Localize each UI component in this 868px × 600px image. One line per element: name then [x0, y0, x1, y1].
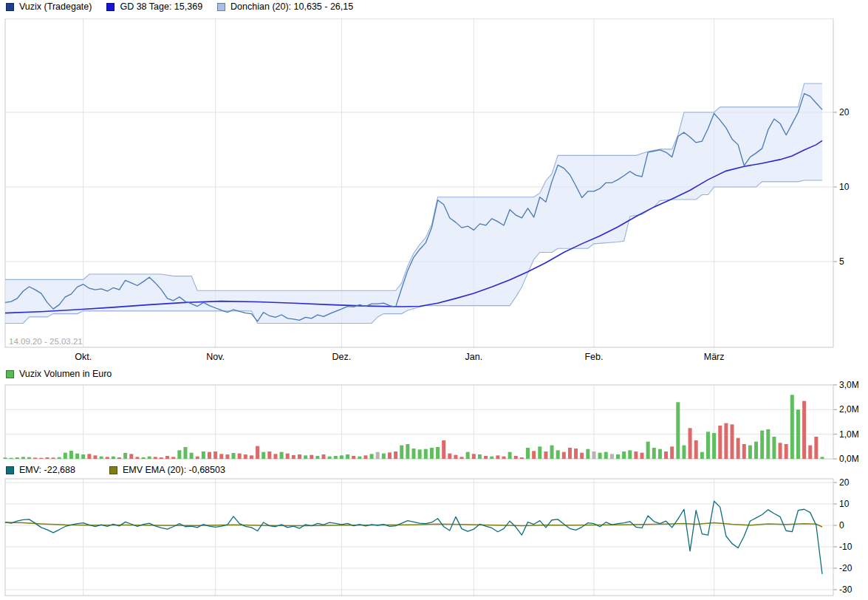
gd38-series-swatch-icon — [106, 3, 115, 11]
vuzix-series-swatch-icon — [6, 3, 14, 11]
volume-bar — [93, 455, 97, 459]
date-range-label: 14.09.20 - 25.03.21 — [9, 337, 83, 346]
volume-bar — [574, 449, 578, 459]
volume-bar — [418, 449, 422, 459]
volume-bar — [400, 446, 403, 459]
volume-bar — [550, 446, 554, 459]
volume-bar — [358, 457, 361, 459]
volume-bar — [244, 454, 247, 459]
emv-series-label: EMV: -22,688 — [19, 465, 75, 475]
emv-plot-border — [5, 479, 833, 596]
volume-bar — [52, 457, 55, 459]
volume-bar — [580, 453, 584, 459]
x-axis-month-label: Dez. — [332, 352, 352, 362]
volume-bar — [478, 454, 482, 459]
emv-ema-series-label: EMV EMA (20): -0,68503 — [123, 465, 225, 475]
volume-bar — [298, 454, 301, 459]
volume-bar — [544, 451, 547, 459]
volume-bar — [148, 457, 151, 459]
volume-bar — [658, 449, 662, 459]
volume-bar — [183, 447, 187, 459]
legend-item-gd38: GD 38 Tage: 15,369 — [106, 1, 202, 12]
volume-bar — [652, 448, 656, 459]
volume-bar — [598, 453, 602, 459]
volume-bar — [64, 453, 67, 459]
donchian-band — [5, 83, 822, 324]
volume-bar — [568, 448, 572, 459]
volume-bar — [165, 456, 169, 459]
volume-bar — [250, 455, 253, 459]
volume-bar — [370, 454, 374, 459]
volume-bar — [208, 452, 211, 459]
volume-bar — [700, 452, 704, 459]
volume-bar — [232, 453, 236, 459]
legend-item-vuzix: Vuzix (Tradegate) — [6, 1, 92, 12]
x-axis-month-label: März — [704, 352, 725, 362]
volume-bar — [334, 456, 338, 459]
x-axis-month-label: Feb. — [584, 352, 603, 362]
volume-bar — [502, 457, 505, 459]
volume-bar — [87, 454, 91, 459]
emv-chart: 20100-10-20-30 — [0, 477, 868, 600]
volume-series-label: Vuzix Volumen in Euro — [19, 369, 112, 379]
volume-bar — [154, 457, 157, 459]
volume-bar — [796, 409, 800, 459]
volume-bar — [177, 450, 181, 459]
volume-bar — [496, 455, 499, 459]
volume-bar — [424, 449, 428, 459]
volume-bar — [460, 457, 464, 459]
emv-line — [5, 501, 822, 574]
volume-bar — [27, 457, 31, 459]
volume-bar — [466, 452, 470, 459]
volume-bar — [346, 454, 349, 459]
volume-bar — [748, 446, 752, 459]
volume-bar — [328, 457, 332, 459]
volume-bar — [754, 442, 758, 459]
volume-bar — [454, 455, 457, 459]
main-chart-legend: Vuzix (Tradegate) GD 38 Tage: 15,369 Don… — [6, 1, 353, 12]
volume-bar — [790, 395, 794, 459]
volume-bar — [363, 455, 367, 459]
volume-bar — [742, 444, 746, 459]
volume-bar — [123, 453, 127, 459]
volume-bar — [382, 454, 386, 459]
volume-bar — [106, 457, 109, 459]
volume-bar — [556, 450, 560, 459]
volume-bar — [821, 457, 824, 459]
x-axis-month-label: Okt. — [75, 352, 92, 362]
vuzix-series-label: Vuzix (Tradegate) — [19, 1, 92, 12]
volume-bar — [532, 451, 536, 459]
volume-bar — [196, 457, 199, 459]
volume-bar — [213, 451, 217, 459]
volume-bar — [81, 454, 85, 459]
charting-tool-page: { "legends": { "main": {"items": [ {"lab… — [0, 0, 868, 600]
emv-axis-label: 0 — [839, 520, 844, 531]
volume-bar — [21, 457, 25, 459]
volume-bar — [280, 452, 284, 459]
volume-bar — [520, 457, 524, 459]
volume-bar — [604, 452, 608, 459]
volume-bar — [202, 451, 205, 459]
volume-bar — [694, 440, 698, 459]
volume-bar — [634, 451, 638, 459]
volume-axis-label: 3,0M — [839, 381, 859, 390]
volume-bar — [171, 457, 175, 459]
donchian-series-swatch-icon — [217, 3, 225, 11]
volume-bar — [142, 457, 146, 459]
volume-bar — [273, 454, 277, 459]
volume-bar — [129, 454, 133, 459]
volume-bar — [16, 457, 19, 459]
volume-bar — [731, 424, 734, 459]
volume-bar — [352, 456, 355, 459]
volume-bar — [304, 455, 307, 459]
volume-bar — [688, 428, 692, 459]
volume-bar — [262, 452, 265, 459]
volume-bar — [724, 423, 728, 459]
volume-bar — [286, 454, 290, 459]
volume-bar — [814, 437, 818, 459]
volume-bar — [718, 426, 722, 459]
emv-axis-label: -10 — [839, 542, 852, 552]
gd38-series-label: GD 38 Tage: 15,369 — [120, 1, 202, 12]
emv-axis-label: 20 — [839, 477, 850, 488]
volume-bar — [706, 432, 710, 459]
